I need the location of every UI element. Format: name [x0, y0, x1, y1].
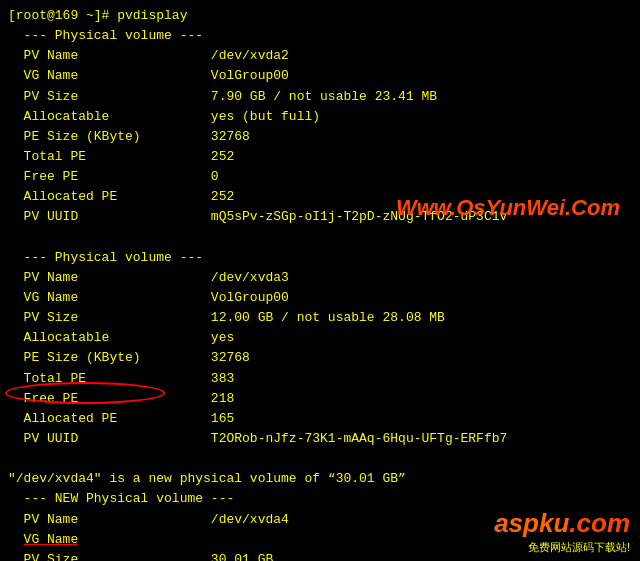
total-pe-1: Total PE 252 — [8, 147, 632, 167]
blank-2 — [8, 449, 632, 469]
free-pe-1: Free PE 0 — [8, 167, 632, 187]
allocated-pe-2: Allocated PE 165 — [8, 409, 632, 429]
prompt-text: [root@169 ~]# pvdisplay — [8, 6, 187, 26]
vg-name-2: VG Name VolGroup00 — [8, 288, 632, 308]
section3-header: --- NEW Physical volume --- — [8, 489, 632, 509]
pv-name-2: PV Name /dev/xvda3 — [8, 268, 632, 288]
watermark-osyunwei: Www.OsYunWei.Com — [396, 195, 620, 221]
pe-size-1: PE Size (KByte) 32768 — [8, 127, 632, 147]
pv-name-1: PV Name /dev/xvda2 — [8, 46, 632, 66]
allocatable-1: Allocatable yes (but full) — [8, 107, 632, 127]
pv-size-1: PV Size 7.90 GB / not usable 23.41 MB — [8, 87, 632, 107]
blank-1 — [8, 228, 632, 248]
new-pv-note: "/dev/xvda4" is a new physical volume of… — [8, 469, 632, 489]
section2-header: --- Physical volume --- — [8, 248, 632, 268]
pv-size-2: PV Size 12.00 GB / not usable 28.08 MB — [8, 308, 632, 328]
watermark-aspku: aspku.com — [494, 508, 630, 539]
total-pe-2: Total PE 383 — [8, 369, 632, 389]
section1-header: --- Physical volume --- — [8, 26, 632, 46]
prompt-line: [root@169 ~]# pvdisplay — [8, 6, 632, 26]
pe-size-2: PE Size (KByte) 32768 — [8, 348, 632, 368]
watermark-sub: 免费网站源码下载站! — [528, 540, 630, 555]
allocatable-2: Allocatable yes — [8, 328, 632, 348]
vg-name-1: VG Name VolGroup00 — [8, 66, 632, 86]
pv-uuid-2: PV UUID T2ORob-nJfz-73K1-mAAq-6Hqu-UFTg-… — [8, 429, 632, 449]
free-pe-2: Free PE 218 — [8, 389, 632, 409]
terminal-window: [root@169 ~]# pvdisplay --- Physical vol… — [0, 0, 640, 561]
